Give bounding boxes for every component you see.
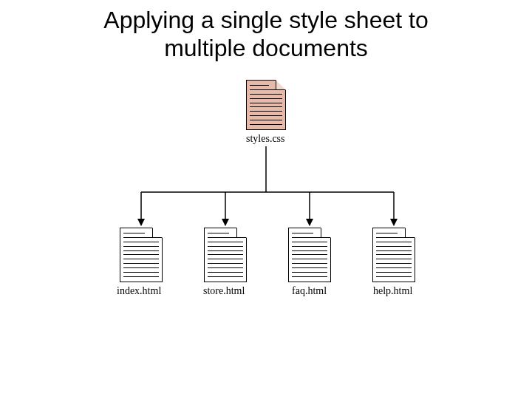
html-file-label: index.html [117,285,161,297]
stylesheet-document-icon [246,80,286,130]
page-title: Applying a single style sheet to multipl… [0,0,532,63]
html-document-icon [372,228,415,282]
page-fold-icon [152,228,163,238]
title-line-2: multiple documents [164,35,368,61]
page-fold-icon [276,80,286,90]
html-file-label: store.html [203,285,245,297]
page-fold-icon [236,228,247,238]
page-fold-icon [321,228,331,238]
page-fold-icon [405,228,415,238]
html-document-icon [288,228,331,282]
html-file-label: faq.html [292,285,327,297]
title-line-1: Applying a single style sheet to [103,7,428,33]
stylesheet-label: styles.css [246,133,285,145]
html-document-icon [204,228,247,282]
html-file-label: help.html [373,285,412,297]
html-document-icon [120,228,163,282]
diagram-stage: styles.css index.html store.html faq.htm… [0,74,532,399]
